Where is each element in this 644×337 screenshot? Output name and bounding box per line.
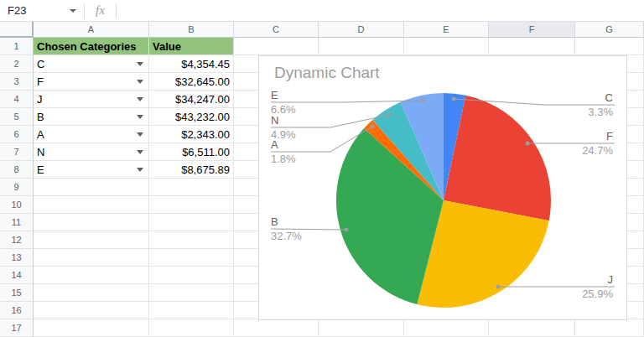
name-box[interactable]: F23 (0, 0, 84, 21)
row-header-3[interactable]: 3 (0, 73, 34, 91)
cell-F17[interactable] (489, 319, 575, 337)
column-header-F[interactable]: F (489, 22, 575, 38)
row-header-9[interactable]: 9 (0, 179, 34, 196)
cell-B2[interactable]: $4,354.45 (149, 55, 234, 73)
name-box-dropdown-icon[interactable] (70, 9, 76, 13)
cell-A17[interactable] (34, 319, 149, 337)
name-box-value: F23 (8, 4, 26, 17)
row-header-11[interactable]: 11 (0, 214, 34, 231)
pie-label-E: E 6.6% (271, 89, 296, 116)
dropdown-caret-icon[interactable] (137, 132, 143, 137)
cell-E1[interactable] (404, 38, 489, 55)
cell-A3[interactable]: F (34, 73, 149, 91)
row-header-17[interactable]: 17 (0, 319, 34, 337)
chart[interactable]: Dynamic Chart E 6.6% (258, 55, 627, 320)
row-header-2[interactable]: 2 (0, 55, 34, 73)
cell-B4[interactable]: $34,247.00 (149, 91, 234, 108)
cell-A8[interactable]: E (34, 161, 149, 179)
column-header-B[interactable]: B (149, 22, 234, 38)
dropdown-caret-icon[interactable] (137, 97, 143, 101)
cell-A2[interactable]: C (34, 55, 149, 73)
table-row: 17 (0, 319, 644, 337)
dropdown-caret-icon[interactable] (137, 168, 143, 172)
cell-D17[interactable] (319, 319, 404, 337)
cell-A5[interactable]: B (34, 108, 149, 126)
row-header-8[interactable]: 8 (0, 161, 34, 179)
cell-B12[interactable] (149, 231, 234, 249)
cell-B3[interactable]: $32,645.00 (149, 73, 234, 91)
cell-A7[interactable]: N (34, 143, 149, 161)
table-row: 1Chosen CategoriesValue (0, 38, 644, 55)
row-header-7[interactable]: 7 (0, 143, 34, 161)
cell-B14[interactable] (149, 267, 234, 284)
cell-A11[interactable] (34, 214, 149, 231)
category-value: F (37, 75, 44, 88)
cell-C1[interactable] (234, 38, 319, 55)
cell-F1[interactable] (489, 38, 575, 55)
row-header-16[interactable]: 16 (0, 302, 34, 319)
row-header-15[interactable]: 15 (0, 284, 34, 302)
cell-A14[interactable] (34, 267, 149, 284)
cell-B17[interactable] (149, 319, 234, 337)
pie-chart (259, 56, 626, 319)
category-value: N (37, 146, 44, 158)
cell-D1[interactable] (319, 38, 404, 55)
cell-B9[interactable] (149, 179, 234, 196)
row-header-10[interactable]: 10 (0, 196, 34, 214)
pie-label-B: B 32.7% (271, 215, 302, 242)
dropdown-caret-icon[interactable] (137, 115, 143, 119)
dropdown-caret-icon[interactable] (137, 80, 143, 84)
cell-A9[interactable] (34, 179, 149, 196)
cell-C17[interactable] (234, 319, 319, 337)
cell-B6[interactable]: $2,343.00 (149, 126, 234, 143)
dropdown-caret-icon[interactable] (137, 62, 143, 66)
pie-slices (336, 93, 551, 308)
row-header-1[interactable]: 1 (0, 38, 34, 55)
cell-B11[interactable] (149, 214, 234, 231)
column-headers: ABCDEFG (0, 22, 644, 38)
fx-icon: fx (96, 3, 105, 18)
category-value: J (37, 93, 43, 106)
column-header-C[interactable]: C (234, 22, 319, 38)
cell-A4[interactable]: J (34, 91, 149, 108)
cell-B5[interactable]: $43,232.00 (149, 108, 234, 126)
column-header-D[interactable]: D (319, 22, 404, 38)
row-header-14[interactable]: 14 (0, 267, 34, 284)
column-header-A[interactable]: A (34, 22, 149, 38)
row-header-4[interactable]: 4 (0, 91, 34, 108)
pie-label-C: C 3.3% (588, 91, 613, 118)
select-all-corner[interactable] (0, 22, 34, 38)
formula-input[interactable] (117, 0, 644, 21)
row-header-13[interactable]: 13 (0, 249, 34, 267)
cell-B15[interactable] (149, 284, 234, 302)
cell-B1[interactable]: Value (149, 38, 234, 55)
cell-E17[interactable] (404, 319, 489, 337)
column-header-E[interactable]: E (404, 22, 489, 38)
formula-bar: F23 fx (0, 0, 644, 22)
column-header-G[interactable]: G (575, 22, 644, 38)
cell-B16[interactable] (149, 302, 234, 319)
cell-A12[interactable] (34, 231, 149, 249)
cell-G1[interactable] (575, 38, 644, 55)
cell-B13[interactable] (149, 249, 234, 267)
cell-B8[interactable]: $8,675.89 (149, 161, 234, 179)
cell-A6[interactable]: A (34, 126, 149, 143)
cell-A16[interactable] (34, 302, 149, 319)
cell-A10[interactable] (34, 196, 149, 214)
cell-G17[interactable] (575, 319, 644, 337)
category-value: B (37, 111, 44, 123)
dropdown-caret-icon[interactable] (137, 150, 143, 154)
pie-label-A: A 1.8% (271, 138, 296, 165)
row-header-6[interactable]: 6 (0, 126, 34, 143)
cell-B7[interactable]: $6,511.00 (149, 143, 234, 161)
row-header-5[interactable]: 5 (0, 108, 34, 126)
cell-B10[interactable] (149, 196, 234, 214)
pie-label-N: N 4.9% (271, 114, 296, 141)
google-sheets-app: F23 fx ABCDEFG 1Chosen CategoriesValue2C… (0, 0, 644, 337)
row-header-12[interactable]: 12 (0, 231, 34, 249)
cell-A1[interactable]: Chosen Categories (34, 38, 149, 55)
cell-A13[interactable] (34, 249, 149, 267)
cell-A15[interactable] (34, 284, 149, 302)
category-value: E (37, 163, 44, 176)
category-value: C (37, 58, 44, 70)
